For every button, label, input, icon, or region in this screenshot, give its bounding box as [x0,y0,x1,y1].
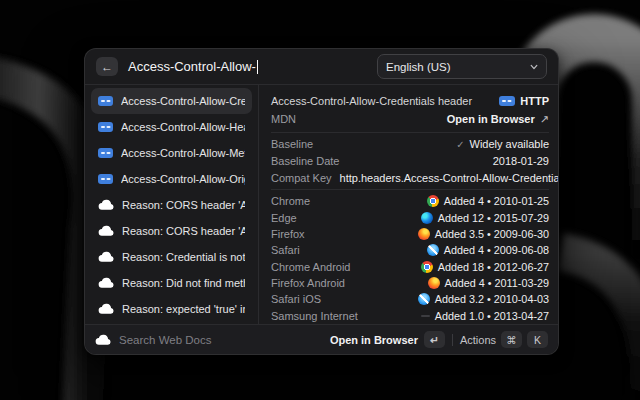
http-badge: HTTP [499,95,549,107]
list-item-label: Access-Control-Allow-Origin he... [121,173,245,185]
chevron-down-icon [530,63,538,71]
browser-name: Safari [271,244,300,256]
browser-support-value: Added 4 • 2009-06-08 [444,244,549,256]
browser-row: Edge Added 12 • 2015-07-29 [271,210,549,226]
baseline-date-row: Baseline Date 2018-01-29 [271,153,549,170]
chrome-icon [427,195,439,207]
firefox-icon [428,277,440,289]
list-item-label: Access-Control-Allow-Headers... [121,121,245,133]
browser-row: Firefox Added 3.5 • 2009-06-30 [271,226,549,242]
http-badge-label: HTTP [520,95,549,107]
list-item-label: Reason: CORS header 'Access-... [122,199,245,211]
mdn-open-link[interactable]: Open in Browser ↗ [447,113,549,126]
cloud-icon [98,199,114,211]
browser-support-value: Added 12 • 2015-07-29 [438,212,549,224]
list-item[interactable]: Reason: Did not find method in... [91,270,252,296]
browser-name: Chrome [271,195,310,207]
baseline-date-value: 2018-01-29 [493,155,549,167]
browser-row: Safari Added 4 • 2009-06-08 [271,242,549,258]
browser-name: Chrome Android [271,261,351,273]
footer-actions: Open in Browser ↵ Actions ⌘ K [330,331,548,348]
http-badge-icon [98,96,113,106]
browser-support-value: Added 3.5 • 2009-06-30 [435,228,549,240]
command-key-icon: ⌘ [501,331,522,348]
divider [271,132,549,133]
language-dropdown[interactable]: English (US) [377,54,547,79]
compat-key-row: Compat Key http.headers.Access-Control-A… [271,169,549,186]
detail-panel: Access-Control-Allow-Credentials header … [259,85,558,324]
browser-row: Chrome Added 4 • 2010-01-25 [271,193,549,209]
check-icon: ✓ [456,139,464,150]
list-item[interactable]: Access-Control-Allow-Methods... [91,140,252,166]
cloud-icon [95,334,111,346]
list-item[interactable]: Access-Control-Allow-Headers... [91,114,252,140]
search-query-text: Access-Control-Allow- [128,59,256,74]
results-list: Access-Control-Allow-Credenti... Access-… [85,85,259,324]
open-in-browser-label: Open in Browser [330,334,418,346]
browser-name: Samsung Internet [271,310,358,322]
mdn-label: MDN [271,113,296,125]
http-badge-icon [98,122,113,132]
baseline-value: Widely available [470,138,549,150]
firefox-icon [418,228,430,240]
browser-name: Firefox Android [271,277,345,289]
browser-support-value: Added 4 • 2010-01-25 [444,195,549,207]
baseline-label: Baseline [271,138,313,150]
list-item[interactable]: Access-Control-Allow-Credenti... [91,88,252,114]
list-item-label: Access-Control-Allow-Methods... [121,147,245,159]
action-bar: Search Web Docs Open in Browser ↵ Action… [85,324,558,354]
list-item-label: Reason: CORS header 'Access-... [122,225,245,237]
safari-icon [427,244,439,256]
language-value: English (US) [386,61,451,73]
browser-row: Samsung Internet Added 1.0 • 2013-04-27 [271,308,549,324]
http-badge-icon [98,174,113,184]
enter-key-icon: ↵ [424,331,445,348]
cloud-icon [98,303,114,315]
compat-key-value: http.headers.Access-Control-Allow-Creden… [340,172,559,184]
baseline-date-label: Baseline Date [271,155,340,167]
list-item[interactable]: Reason: CORS header 'Access-... [91,218,252,244]
cloud-icon [98,225,114,237]
safari-icon [418,293,430,305]
browser-name: Firefox [271,228,305,240]
browser-support-value: Added 1.0 • 2013-04-27 [435,310,549,322]
baseline-row: Baseline ✓ Widely available [271,136,549,153]
list-item-label: Reason: Did not find method in... [122,277,245,289]
browser-support-value: Added 3.2 • 2010-04-03 [435,293,549,305]
open-in-browser-button[interactable]: Open in Browser ↵ [330,331,445,348]
browser-name: Safari iOS [271,293,321,305]
list-item[interactable]: Reason: expected 'true' in COR... [91,296,252,322]
search-input[interactable]: Access-Control-Allow- [128,59,258,74]
divider [452,334,453,346]
list-item[interactable]: Reason: Credential is not suppo... [91,244,252,270]
browser-row: Safari iOS Added 3.2 • 2010-04-03 [271,291,549,307]
search-bar: ← Access-Control-Allow- English (US) [85,49,558,85]
text-caret [257,60,259,74]
browser-row: Firefox Android Added 4 • 2011-03-29 [271,275,549,291]
mdn-row: MDN Open in Browser ↗ [271,110,549,129]
actions-button[interactable]: Actions ⌘ K [460,331,548,348]
list-item[interactable]: Access-Control-Allow-Origin he... [91,166,252,192]
detail-title-row: Access-Control-Allow-Credentials header … [271,92,549,110]
raycast-window: ← Access-Control-Allow- English (US) Acc… [84,48,559,355]
browser-row: Chrome Android Added 18 • 2012-06-27 [271,259,549,275]
browser-support-value: Added 4 • 2011-03-29 [445,277,549,289]
browser-support-value: Added 18 • 2012-06-27 [438,261,549,273]
k-key-icon: K [527,331,548,348]
dash-icon [421,315,430,317]
actions-label: Actions [460,334,496,346]
chrome-icon [421,261,433,273]
http-badge-icon [98,148,113,158]
window-body: Access-Control-Allow-Credenti... Access-… [85,85,558,324]
cloud-icon [98,277,114,289]
back-button[interactable]: ← [96,57,118,76]
divider [271,189,549,190]
edge-icon [421,212,433,224]
arrow-up-right-icon: ↗ [540,113,549,126]
cloud-icon [98,251,114,263]
list-item-label: Reason: expected 'true' in COR... [122,303,245,315]
compat-key-label: Compat Key [271,172,332,184]
list-item[interactable]: Reason: CORS header 'Access-... [91,192,252,218]
desktop: ← Access-Control-Allow- English (US) Acc… [0,0,640,400]
list-item-label: Access-Control-Allow-Credenti... [121,95,245,107]
